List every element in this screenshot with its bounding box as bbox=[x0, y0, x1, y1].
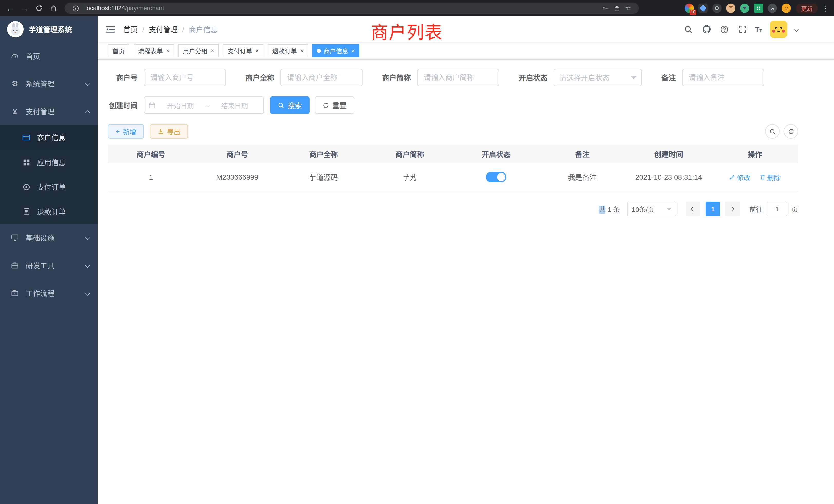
toggle-search-button[interactable] bbox=[765, 124, 780, 139]
sidebar-item-home[interactable]: 首页 bbox=[0, 42, 97, 70]
date-range-picker[interactable]: 开始日期 - 结束日期 bbox=[144, 96, 264, 114]
refresh-table-button[interactable] bbox=[784, 124, 798, 139]
extension-icon-6[interactable] bbox=[754, 4, 763, 13]
chevron-down-icon bbox=[86, 233, 89, 242]
breadcrumb-payment[interactable]: 支付管理 bbox=[149, 24, 178, 35]
filter-row-1: 商户号 商户全称 商户简称 开启状态 请选择开启状态 bbox=[108, 69, 798, 86]
sidebar-item-payment[interactable]: ¥ 支付管理 bbox=[0, 97, 97, 125]
remark-label: 备注 bbox=[654, 72, 682, 83]
hamburger-icon[interactable] bbox=[97, 17, 123, 42]
extension-icon-1[interactable]: 10 bbox=[684, 4, 694, 13]
github-icon[interactable] bbox=[701, 24, 711, 35]
bookmark-star-icon[interactable]: ☆ bbox=[622, 4, 634, 13]
delete-link[interactable]: 删除 bbox=[760, 172, 781, 182]
tab-label: 流程表单 bbox=[138, 46, 163, 55]
page-info-icon[interactable] bbox=[70, 4, 81, 13]
cell-status bbox=[453, 172, 539, 182]
close-icon[interactable]: × bbox=[300, 47, 304, 54]
table-header-row: 商户编号 商户号 商户全称 商户简称 开启状态 备注 创建时间 操作 bbox=[108, 145, 798, 163]
page-number-button[interactable]: 1 bbox=[706, 202, 720, 216]
back-icon[interactable]: ← bbox=[3, 1, 18, 16]
sidebar-item-system[interactable]: ⚙ 系统管理 bbox=[0, 70, 97, 97]
sidebar-item-pay-order[interactable]: 支付订单 bbox=[0, 175, 97, 199]
toggle-knob bbox=[497, 173, 505, 181]
jumper-input[interactable] bbox=[767, 202, 787, 216]
screen: ← → localhost:1024/pay/merchant ☆ 10 bbox=[0, 0, 834, 504]
create-time-label: 创建时间 bbox=[108, 100, 144, 110]
user-avatar[interactable] bbox=[770, 21, 787, 38]
reset-button[interactable]: 重置 bbox=[315, 96, 354, 114]
sidebar-item-label: 研发工具 bbox=[26, 260, 54, 271]
sidebar-item-label: 应用信息 bbox=[37, 157, 66, 167]
status-label: 开启状态 bbox=[511, 72, 554, 83]
extension-icon-4[interactable] bbox=[726, 4, 736, 13]
prev-page-button[interactable] bbox=[686, 202, 701, 216]
sidebar-item-workflow[interactable]: 工作流程 bbox=[0, 279, 97, 307]
tab-home[interactable]: 首页 bbox=[108, 44, 129, 57]
remark-input[interactable] bbox=[682, 69, 764, 86]
close-icon[interactable]: × bbox=[255, 47, 259, 54]
sidebar-item-label: 首页 bbox=[26, 51, 40, 61]
browser-menu-icon[interactable]: ⋮ bbox=[822, 4, 829, 12]
share-icon[interactable] bbox=[611, 4, 622, 13]
sidebar-item-dev-tools[interactable]: 研发工具 bbox=[0, 251, 97, 279]
export-button[interactable]: 导出 bbox=[150, 124, 188, 139]
pagination: 共 1 条 10条/页 1 前往 页 bbox=[108, 202, 798, 216]
app-logo: 芋道管理系统 bbox=[0, 17, 97, 42]
sidebar-item-infrastructure[interactable]: 基础设施 bbox=[0, 224, 97, 251]
cell-merchant-no: M233666999 bbox=[194, 173, 280, 181]
extension-icon-7[interactable]: ∞ bbox=[768, 4, 777, 13]
close-icon[interactable]: × bbox=[351, 47, 355, 54]
font-size-icon[interactable]: TT bbox=[755, 25, 762, 33]
status-select[interactable]: 请选择开启状态 bbox=[554, 69, 642, 86]
sidebar-item-merchant-info[interactable]: 商户信息 bbox=[0, 125, 97, 150]
extension-icon-2[interactable] bbox=[698, 4, 708, 13]
download-icon bbox=[158, 128, 164, 135]
close-icon[interactable]: × bbox=[166, 47, 170, 54]
avatar-caret-icon[interactable] bbox=[795, 25, 798, 34]
search-button[interactable]: 搜索 bbox=[270, 96, 310, 114]
help-icon[interactable] bbox=[719, 24, 729, 35]
col-header: 商户简称 bbox=[367, 148, 453, 159]
tab-label: 商户信息 bbox=[324, 46, 348, 55]
home-icon[interactable] bbox=[46, 1, 61, 16]
search-icon[interactable] bbox=[683, 24, 694, 35]
extension-icon-5[interactable] bbox=[740, 4, 749, 13]
reload-icon[interactable] bbox=[32, 1, 46, 16]
next-page-button[interactable] bbox=[725, 202, 740, 216]
extension-icon-3[interactable] bbox=[712, 4, 722, 13]
col-header: 创建时间 bbox=[626, 148, 712, 159]
merchant-no-input[interactable] bbox=[144, 69, 226, 86]
edit-link[interactable]: 修改 bbox=[729, 172, 750, 182]
password-key-icon[interactable] bbox=[600, 4, 611, 13]
close-icon[interactable]: × bbox=[211, 47, 214, 54]
sidebar-item-refund-order[interactable]: 退款订单 bbox=[0, 199, 97, 224]
cell-operations: 修改 删除 bbox=[712, 172, 798, 182]
cell-merchant-id: 1 bbox=[108, 173, 194, 181]
page-size-select[interactable]: 10条/页 bbox=[627, 202, 676, 216]
fullscreen-icon[interactable] bbox=[737, 24, 747, 35]
tab-user-group[interactable]: 用户分组 × bbox=[178, 44, 219, 57]
tab-pay-order[interactable]: 支付订单 × bbox=[223, 44, 263, 57]
address-bar[interactable]: localhost:1024/pay/merchant ☆ bbox=[65, 3, 639, 14]
monitor-icon bbox=[10, 233, 20, 242]
tab-process-form[interactable]: 流程表单 × bbox=[133, 44, 174, 57]
breadcrumb-home[interactable]: 首页 bbox=[123, 24, 138, 35]
sidebar-item-app-info[interactable]: 应用信息 bbox=[0, 150, 97, 175]
short-name-input[interactable] bbox=[417, 69, 499, 86]
tab-refund-order[interactable]: 退款订单 × bbox=[267, 44, 308, 57]
col-header: 商户号 bbox=[194, 148, 280, 159]
sidebar-item-label: 工作流程 bbox=[26, 288, 54, 298]
status-toggle[interactable] bbox=[486, 172, 506, 182]
table-toolbar: + 新增 导出 bbox=[108, 124, 798, 139]
cell-create-time: 2021-10-23 08:31:14 bbox=[626, 173, 712, 181]
full-name-input[interactable] bbox=[280, 69, 363, 86]
chrome-update-button[interactable]: 更新 bbox=[796, 3, 817, 13]
forward-icon[interactable]: → bbox=[18, 1, 32, 16]
browser-profile-icon[interactable] bbox=[782, 4, 791, 13]
logo-rabbit-avatar bbox=[7, 21, 24, 38]
date-start-placeholder: 开始日期 bbox=[156, 100, 205, 110]
chevron-down-icon bbox=[666, 208, 672, 210]
tab-merchant-info[interactable]: 商户信息 × bbox=[312, 44, 359, 57]
add-button[interactable]: + 新增 bbox=[108, 124, 144, 139]
